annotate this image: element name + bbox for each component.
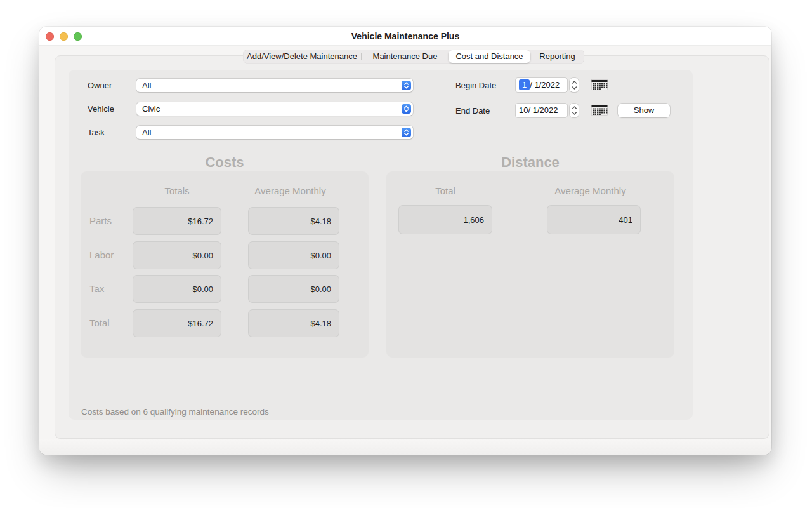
titlebar: Vehicle Maintenance Plus [39, 27, 771, 46]
window-title: Vehicle Maintenance Plus [39, 27, 771, 46]
tab-cost-and-distance[interactable]: Cost and Distance [449, 50, 530, 63]
distance-total-column-header: Total [398, 185, 492, 196]
distance-average-monthly-column-header: Average Monthly [547, 185, 641, 196]
tab-add-view-delete-maintenance[interactable]: Add/View/Delete Maintenance [243, 50, 361, 64]
costs-parts-total-field: $16.72 [133, 207, 221, 235]
task-popup[interactable]: All [136, 126, 413, 139]
costs-labor-avg-field: $0.00 [248, 241, 339, 269]
window-bottom-bar [39, 439, 771, 455]
task-popup-value: All [142, 128, 151, 137]
costs-parts-avg-field: $4.18 [248, 207, 339, 235]
costs-section-box: Totals Average Monthly Parts $16.72 $4.1… [81, 171, 369, 358]
costs-totals-column-header: Totals [133, 185, 221, 196]
begin-date-field[interactable]: 1/ 1/2022 [516, 78, 567, 92]
begin-date-calendar-icon[interactable] [591, 79, 608, 90]
form-panel: Owner All Vehicle Civic Task All [69, 70, 693, 420]
desktop-background: Vehicle Maintenance Plus Add/View/Delete… [0, 0, 812, 508]
vehicle-popup[interactable]: Civic [136, 102, 413, 116]
vehicle-popup-value: Civic [142, 104, 160, 114]
costs-total-avg-field: $4.18 [248, 309, 339, 337]
distance-total-field: 1,606 [398, 205, 492, 234]
costs-average-monthly-column-header: Average Monthly [248, 185, 339, 196]
vehicle-label: Vehicle [88, 104, 114, 114]
costs-row-label-parts: Parts [89, 207, 112, 235]
costs-row-label-tax: Tax [89, 275, 104, 303]
begin-date-rest[interactable]: / 1/2022 [530, 80, 560, 90]
tab-bar: Add/View/Delete Maintenance Maintenance … [243, 50, 584, 64]
tab-maintenance-due[interactable]: Maintenance Due [362, 50, 449, 64]
distance-section-box: Total Average Monthly 1,606 401 [386, 171, 674, 358]
show-button[interactable]: Show [618, 104, 670, 117]
costs-row-label-labor: Labor [89, 241, 114, 269]
distance-section-title: Distance [386, 154, 674, 171]
end-date-value[interactable]: 10/ 1/2022 [519, 105, 558, 115]
end-date-stepper[interactable] [570, 104, 579, 117]
up-down-chevrons-icon [402, 128, 411, 137]
stepper-arrows-icon [572, 105, 577, 116]
end-date-field[interactable]: 10/ 1/2022 [516, 104, 567, 117]
owner-popup[interactable]: All [136, 79, 413, 92]
costs-tax-avg-field: $0.00 [248, 275, 339, 303]
app-window: Vehicle Maintenance Plus Add/View/Delete… [39, 27, 771, 455]
costs-labor-total-field: $0.00 [133, 241, 221, 269]
distance-avg-field: 401 [547, 205, 641, 234]
owner-popup-value: All [142, 81, 151, 90]
stepper-arrows-icon [572, 80, 577, 90]
costs-section-title: Costs [81, 154, 369, 171]
costs-total-total-field: $16.72 [133, 309, 221, 337]
costs-tax-total-field: $0.00 [133, 275, 221, 303]
owner-label: Owner [88, 81, 112, 90]
status-text: Costs based on 6 qualifying maintenance … [81, 407, 269, 417]
end-date-calendar-icon[interactable] [591, 105, 608, 116]
up-down-chevrons-icon [402, 104, 411, 114]
tab-reporting[interactable]: Reporting [530, 50, 584, 64]
up-down-chevrons-icon [402, 81, 411, 90]
task-label: Task [88, 128, 105, 137]
begin-date-label: Begin Date [455, 81, 496, 90]
costs-row-label-total: Total [89, 309, 110, 337]
end-date-label: End Date [455, 106, 490, 116]
begin-date-selected-segment[interactable]: 1 [519, 79, 530, 90]
begin-date-stepper[interactable] [570, 78, 579, 92]
